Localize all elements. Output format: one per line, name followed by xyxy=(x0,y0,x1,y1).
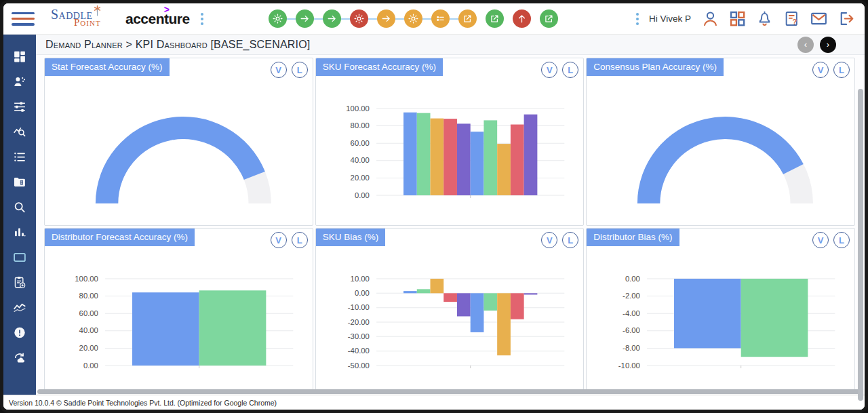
horizontal-scrollbar[interactable] xyxy=(36,389,865,395)
chart-svg: 10.000.00-10.00-20.00-30.00-40.00-50.00 xyxy=(316,272,584,389)
workflow-step-arrow-up-icon[interactable] xyxy=(513,9,531,28)
workflow-step-arrow-right-icon[interactable] xyxy=(296,9,314,28)
consensus-plan-accuracy-chart xyxy=(587,102,854,226)
view-button[interactable]: V xyxy=(541,62,557,78)
legend-button[interactable]: L xyxy=(292,232,308,248)
chart-svg xyxy=(45,102,313,226)
sku-forecast-accuracy-chart: 100.0080.0060.0040.0020.000.00 xyxy=(316,102,584,226)
workflow-step-gear-icon[interactable] xyxy=(404,9,422,28)
sidebar-item-sliders[interactable] xyxy=(12,100,27,114)
sidebar-item-alert[interactable] xyxy=(12,326,27,340)
sidebar-item-search[interactable] xyxy=(12,200,27,214)
user-greeting: Hi Vivek P xyxy=(649,14,691,24)
panel-sku-bias: SKU Bias (%) V L 10.000.00-10.00-20.00-3… xyxy=(315,228,585,389)
view-button[interactable]: V xyxy=(271,232,287,248)
view-button[interactable]: V xyxy=(812,232,829,248)
workflow-step-gear-icon[interactable] xyxy=(350,9,368,28)
vertical-scrollbar-thumb[interactable] xyxy=(858,89,863,401)
svg-text:-10.00: -10.00 xyxy=(347,303,369,311)
panel-sku-forecast-accuracy: SKU Forecast Accuracy (%) V L 100.0080.0… xyxy=(315,58,585,226)
brand-menu-dots-icon[interactable] xyxy=(199,12,205,26)
sidebar-item-dashboard[interactable] xyxy=(12,50,27,64)
sidebar-item-bar-chart[interactable] xyxy=(12,225,27,239)
breadcrumb: Demand Planner > KPI Dashboard [BASE_SCE… xyxy=(45,39,310,51)
grid-icon[interactable] xyxy=(728,9,747,28)
workflow-step-arrow-right-icon[interactable] xyxy=(377,9,395,28)
stat-forecast-accuracy-chart xyxy=(45,102,313,226)
svg-text:40.00: 40.00 xyxy=(79,326,98,334)
svg-text:-30.00: -30.00 xyxy=(347,332,369,340)
view-button[interactable]: V xyxy=(541,232,557,248)
legend-button[interactable]: L xyxy=(292,62,308,78)
distributor-forecast-accuracy-chart: 100.0080.0060.0040.0020.000.00 xyxy=(45,272,313,389)
panel-title: Consensus Plan Accuracy (%) xyxy=(587,58,724,76)
workflow-step-gear-icon[interactable] xyxy=(269,9,287,28)
saddlepoint-logo: Saddle Point xyxy=(51,7,116,31)
bell-icon[interactable] xyxy=(755,9,774,28)
view-button[interactable]: V xyxy=(812,62,829,78)
sidebar-item-trend[interactable] xyxy=(12,300,27,315)
svg-text:?: ? xyxy=(792,18,797,26)
svg-text:20.00: 20.00 xyxy=(350,174,369,182)
workflow-step-arrow-right-icon[interactable] xyxy=(323,9,341,28)
panel-title: SKU Forecast Accuracy (%) xyxy=(316,58,443,76)
svg-text:0.00: 0.00 xyxy=(355,289,370,297)
sidebar-item-list[interactable] xyxy=(12,150,27,164)
legend-button[interactable]: L xyxy=(833,232,850,248)
hamburger-menu-icon[interactable] xyxy=(12,11,35,27)
workflow-step-form-icon[interactable] xyxy=(431,9,450,28)
horizontal-scrollbar-thumb[interactable] xyxy=(37,389,863,394)
logout-icon[interactable] xyxy=(837,9,855,28)
svg-text:100.00: 100.00 xyxy=(75,275,98,283)
panel-distributor-bias: Distributor Bias (%) V L 0.00-2.00-4.00-… xyxy=(586,228,855,389)
svg-text:-40.00: -40.00 xyxy=(347,347,369,355)
svg-text:60.00: 60.00 xyxy=(350,139,369,147)
sidebar-item-chart-search[interactable] xyxy=(12,125,27,139)
vertical-scrollbar[interactable] xyxy=(858,89,863,401)
sidebar-item-card[interactable] xyxy=(12,250,27,264)
distributor-bias-chart: 0.00-2.00-4.00-6.00-8.00-10.00 xyxy=(587,272,854,389)
svg-text:-2.00: -2.00 xyxy=(623,292,640,300)
scenario-prev-button[interactable]: ‹ xyxy=(797,37,814,53)
app-window: Saddle Point > accenture Hi Vivek P ? xyxy=(0,0,868,413)
mail-icon[interactable] xyxy=(810,9,828,28)
panel-title: Stat Forecast Accuracy (%) xyxy=(45,58,170,76)
brand-area: Saddle Point > accenture xyxy=(51,7,205,31)
svg-text:0.00: 0.00 xyxy=(625,275,640,283)
main-content: Demand Planner > KPI Dashboard [BASE_SCE… xyxy=(36,35,865,395)
sidebar-item-folder-doc[interactable] xyxy=(12,175,27,189)
sidebar-item-users[interactable] xyxy=(12,75,27,89)
svg-text:-8.00: -8.00 xyxy=(623,344,640,352)
workflow-status-bar xyxy=(269,9,558,28)
workflow-step-export-icon[interactable] xyxy=(540,9,558,28)
chart-svg: 0.00-2.00-4.00-6.00-8.00-10.00 xyxy=(587,272,854,389)
sku-bias-chart: 10.000.00-10.00-20.00-30.00-40.00-50.00 xyxy=(316,272,584,389)
workflow-step-export-icon[interactable] xyxy=(458,9,477,28)
sidebar-item-clipboard-add[interactable] xyxy=(12,275,27,290)
svg-text:10.00: 10.00 xyxy=(350,275,369,283)
panel-distributor-forecast-accuracy: Distributor Forecast Accuracy (%) V L 10… xyxy=(44,228,313,389)
workflow-chain xyxy=(269,9,477,28)
panel-title: Distributor Forecast Accuracy (%) xyxy=(45,229,195,246)
view-button[interactable]: V xyxy=(271,62,287,78)
sidebar-item-sync[interactable] xyxy=(12,351,27,365)
saddlepoint-logo-text-2: Point xyxy=(74,17,101,28)
user-icon[interactable] xyxy=(701,9,719,28)
svg-text:60.00: 60.00 xyxy=(79,309,98,317)
svg-text:80.00: 80.00 xyxy=(350,121,369,130)
svg-text:80.00: 80.00 xyxy=(79,292,98,300)
svg-text:-6.00: -6.00 xyxy=(623,326,640,334)
help-doc-icon[interactable]: ? xyxy=(783,9,801,28)
svg-text:100.00: 100.00 xyxy=(346,104,370,113)
sidebar-nav xyxy=(3,35,36,395)
svg-text:20.00: 20.00 xyxy=(79,344,98,352)
svg-text:0.00: 0.00 xyxy=(355,191,370,199)
svg-text:-10.00: -10.00 xyxy=(618,361,640,370)
workflow-step-export-icon[interactable] xyxy=(486,9,504,28)
header-menu-dots-icon[interactable] xyxy=(635,12,640,26)
legend-button[interactable]: L xyxy=(562,62,578,78)
scenario-next-button[interactable]: › xyxy=(820,37,836,53)
panel-consensus-plan-accuracy: Consensus Plan Accuracy (%) V L xyxy=(586,58,855,226)
legend-button[interactable]: L xyxy=(562,232,578,248)
legend-button[interactable]: L xyxy=(833,62,850,78)
